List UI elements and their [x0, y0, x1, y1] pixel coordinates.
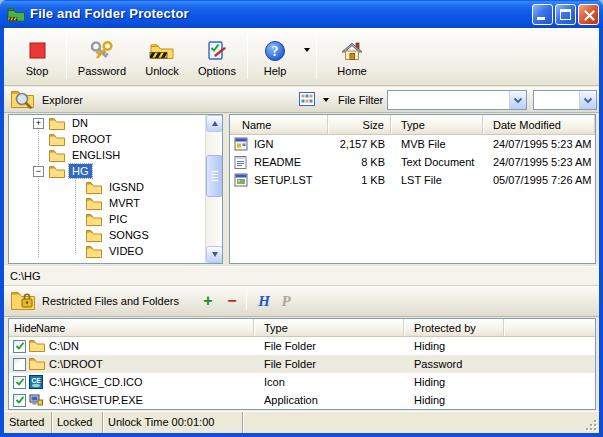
file-filter-label: File Filter	[338, 94, 383, 106]
help-dropdown-arrow[interactable]	[304, 48, 310, 52]
hide-protection-button[interactable]: H	[256, 293, 272, 310]
tree-item-label: DROOT	[69, 132, 115, 146]
tree-item-igsnd[interactable]: IGSND	[9, 179, 222, 195]
restricted-path: C:\DROOT	[49, 358, 103, 370]
tree-item-label: VIDEO	[106, 244, 146, 258]
application-icon	[29, 393, 45, 407]
unlock-button[interactable]: Unlock	[135, 31, 189, 83]
hide-checkbox[interactable]	[13, 376, 26, 389]
help-button[interactable]: ? Help	[250, 31, 300, 83]
view-dropdown-arrow[interactable]	[323, 98, 329, 102]
file-filter-combo[interactable]	[387, 90, 527, 110]
tree-indent	[70, 246, 81, 257]
tree-item-mvrt[interactable]: MVRT	[9, 195, 222, 211]
unlock-folder-icon	[149, 37, 175, 63]
restricted-table-header: Hide Name Type Protected by	[9, 319, 595, 337]
titlebar: File and Folder Protector	[0, 0, 603, 28]
svg-text:?: ?	[272, 44, 279, 59]
tree-item-label: MVRT	[106, 196, 143, 210]
toolbar-separator	[66, 35, 67, 79]
explorer-label: Explorer	[42, 94, 83, 106]
column-header-size[interactable]: Size	[328, 115, 391, 134]
file-type: MVB File	[391, 138, 483, 150]
hide-checkbox[interactable]	[13, 340, 26, 353]
home-label: Home	[337, 65, 366, 77]
home-button[interactable]: Home	[325, 31, 379, 83]
restricted-label: Restricted Files and Folders	[42, 295, 179, 307]
tree-item-label: IGSND	[106, 180, 147, 194]
text-file-icon	[234, 155, 249, 169]
home-icon	[340, 37, 364, 63]
hide-checkbox[interactable]	[13, 358, 26, 371]
remove-restriction-button[interactable]: −	[224, 292, 240, 310]
column-header-type[interactable]: Type	[391, 115, 483, 134]
add-restriction-button[interactable]: +	[200, 292, 216, 310]
file-modified: 05/07/1995 7:26 AM	[483, 174, 595, 186]
ce-file-icon: CE	[29, 375, 45, 389]
view-grid-icon[interactable]	[298, 91, 316, 107]
close-button[interactable]	[578, 4, 599, 25]
minimize-button[interactable]	[532, 4, 553, 25]
file-row[interactable]: README 8 KB Text Document 24/07/1995 5:2…	[230, 153, 595, 171]
column-header-name[interactable]: Name	[36, 322, 65, 334]
combo-dropdown-icon[interactable]	[579, 91, 596, 109]
column-header-modified[interactable]: Date Modified	[483, 115, 595, 134]
folder-icon	[86, 245, 102, 258]
options-button[interactable]: Options	[189, 31, 245, 83]
tree-item-hg[interactable]: − HG	[9, 163, 222, 179]
tree-indent	[70, 214, 81, 225]
scroll-up-icon[interactable]	[206, 115, 223, 132]
column-header-protected-by[interactable]: Protected by	[404, 319, 504, 336]
column-header-type[interactable]: Type	[254, 319, 404, 336]
keys-icon	[88, 37, 116, 63]
restricted-row[interactable]: C:\DROOT File Folder Password	[9, 355, 595, 373]
hide-checkbox[interactable]	[13, 394, 26, 407]
tree-item-label: DN	[69, 116, 91, 130]
folder-lock-icon	[10, 288, 36, 314]
tree-item-label: ENGLISH	[69, 148, 123, 162]
restricted-type: File Folder	[254, 340, 404, 352]
tree-scrollbar[interactable]	[205, 115, 222, 263]
file-type: LST File	[391, 174, 483, 186]
column-header-name[interactable]: Name	[230, 115, 328, 134]
status-locked: Locked	[52, 412, 103, 433]
password-button[interactable]: Password	[69, 31, 135, 83]
tree-item-dn[interactable]: + DN	[9, 115, 222, 131]
stop-button[interactable]: Stop	[10, 31, 64, 83]
file-name: SETUP.LST	[254, 174, 313, 186]
extension-filter-combo[interactable]	[533, 90, 597, 110]
restricted-row[interactable]: CE C:\HG\CE_CD.ICO Icon Hiding	[9, 373, 595, 391]
column-header-hide[interactable]: Hide	[9, 322, 36, 334]
collapse-icon[interactable]: −	[33, 166, 44, 177]
restricted-path: C:\HG\CE_CD.ICO	[49, 376, 143, 388]
tree-item-droot[interactable]: DROOT	[9, 131, 222, 147]
app-icon	[7, 6, 25, 22]
file-size: 1 KB	[328, 174, 391, 186]
tree-item-songs[interactable]: SONGS	[9, 227, 222, 243]
file-filter-value	[391, 94, 506, 108]
restricted-row[interactable]: C:\DN File Folder Hiding	[9, 337, 595, 355]
stop-icon	[25, 37, 49, 63]
password-protection-button[interactable]: P	[278, 293, 294, 310]
folder-icon	[49, 133, 65, 146]
folder-icon	[86, 213, 102, 226]
expand-icon[interactable]: +	[33, 118, 44, 129]
restricted-type: Icon	[254, 376, 404, 388]
scroll-down-icon[interactable]	[206, 246, 223, 263]
stop-label: Stop	[26, 65, 49, 77]
tree-item-pic[interactable]: PIC	[9, 211, 222, 227]
scrollbar-thumb[interactable]	[206, 155, 223, 197]
resize-grip-icon[interactable]	[585, 419, 598, 432]
folder-search-icon	[10, 88, 36, 112]
restricted-path: C:\DN	[49, 340, 79, 352]
combo-dropdown-icon[interactable]	[509, 91, 526, 109]
maximize-button[interactable]	[555, 4, 576, 25]
file-row[interactable]: IGN 2,157 KB MVB File 24/07/1995 5:23 AM	[230, 135, 595, 153]
svg-text:CE: CE	[31, 377, 41, 384]
tree-item-english[interactable]: ENGLISH	[9, 147, 222, 163]
password-label: Password	[78, 65, 126, 77]
tree-item-video[interactable]: VIDEO	[9, 243, 222, 259]
restricted-type: File Folder	[254, 358, 404, 370]
restricted-row[interactable]: C:\HG\SETUP.EXE Application Hiding	[9, 391, 595, 409]
file-row[interactable]: SETUP.LST 1 KB LST File 05/07/1995 7:26 …	[230, 171, 595, 189]
